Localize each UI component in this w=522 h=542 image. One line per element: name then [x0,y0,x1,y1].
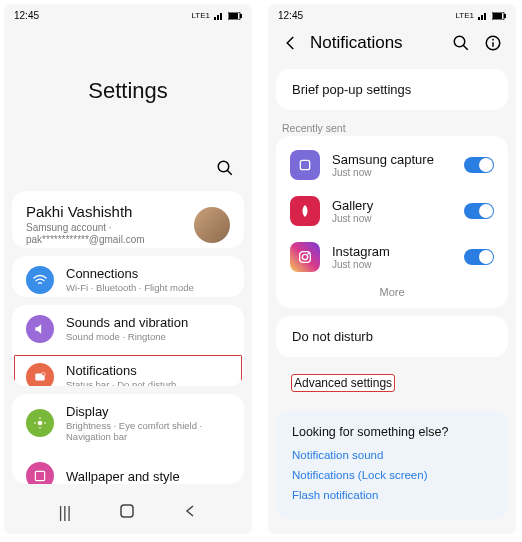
account-row[interactable]: Pakhi Vashishth Samsung account · pak***… [12,191,244,248]
battery-icon [228,12,242,20]
display-icon [26,409,54,437]
nav-home[interactable] [120,504,134,522]
row-sub: Status bar · Do not disturb [66,379,176,386]
link-notification-sound[interactable]: Notification sound [292,449,492,461]
link-flash-notification[interactable]: Flash notification [292,489,492,501]
svg-point-25 [307,253,309,255]
info-icon[interactable] [484,34,502,52]
row-title: Display [66,404,230,419]
row-sub: Brightness · Eye comfort shield · Naviga… [66,420,230,442]
row-title: Notifications [66,363,176,378]
account-name: Pakhi Vashishth [26,203,194,220]
notification-icon [26,363,54,386]
search-icon[interactable] [452,34,470,52]
page-title: Settings [4,23,252,159]
svg-rect-2 [240,14,242,18]
looking-heading: Looking for something else? [292,425,492,439]
network-icon: LTE1 [455,11,474,20]
nav-bar: ||| [4,492,252,534]
svg-rect-1 [229,13,238,19]
svg-point-7 [38,421,43,426]
recently-sent-label: Recently sent [268,118,516,136]
signal-icon [214,12,224,20]
account-sub: Samsung account · pak************@gmail.… [26,222,194,246]
svg-point-21 [492,39,494,41]
looking-card: Looking for something else? Notification… [276,411,508,519]
svg-rect-22 [300,160,309,169]
app-row-gallery[interactable]: Gallery Just now [276,188,508,234]
app-timestamp: Just now [332,259,452,270]
svg-point-24 [302,254,307,259]
page-title: Notifications [310,33,442,53]
svg-rect-12 [35,471,44,480]
status-time: 12:45 [14,10,39,21]
search-icon[interactable] [216,159,234,177]
row-sub: Sound mode · Ringtone [66,331,188,342]
toggle-switch[interactable] [464,157,494,173]
more-link[interactable]: More [276,280,508,302]
app-name: Gallery [332,198,452,213]
toggle-switch[interactable] [464,203,494,219]
svg-point-6 [42,372,46,376]
app-row-samsung-capture[interactable]: Samsung capture Just now [276,142,508,188]
settings-row-sounds[interactable]: Sounds and vibration Sound mode · Ringto… [12,305,244,353]
signal-icon [478,12,488,20]
nav-recent[interactable]: ||| [59,504,71,522]
settings-row-connections[interactable]: Connections Wi-Fi · Bluetooth · Flight m… [12,256,244,297]
samsung-capture-icon [290,150,320,180]
screen-notifications: 12:45 LTE1 Notifications Brief pop-up se… [268,4,516,534]
row-sub: Wi-Fi · Bluetooth · Flight mode [66,282,194,293]
back-icon[interactable] [282,34,300,52]
network-icon: LTE1 [191,11,210,20]
settings-row-wallpaper[interactable]: Wallpaper and style [12,452,244,484]
row-title: Connections [66,266,194,281]
row-title: Sounds and vibration [66,315,188,330]
svg-point-3 [218,161,229,172]
status-bar: 12:45 LTE1 [268,4,516,23]
toggle-switch[interactable] [464,249,494,265]
settings-row-notifications[interactable]: Notifications Status bar · Do not distur… [12,353,244,386]
svg-line-4 [227,170,232,175]
link-notifications-lock-screen[interactable]: Notifications (Lock screen) [292,469,492,481]
svg-rect-13 [121,505,133,517]
screen-settings: 12:45 LTE1 Settings Pakhi Vashishth Sams… [4,4,252,534]
svg-rect-16 [504,14,506,18]
row-title: Wallpaper and style [66,469,180,484]
sound-icon [26,315,54,343]
status-icons: LTE1 [455,11,506,20]
app-timestamp: Just now [332,167,452,178]
status-icons: LTE1 [191,11,242,20]
brief-popup-row[interactable]: Brief pop-up settings [276,69,508,110]
status-bar: 12:45 LTE1 [4,4,252,23]
svg-point-17 [454,36,465,47]
dnd-row[interactable]: Do not disturb [276,316,508,357]
avatar[interactable] [194,207,230,243]
app-name: Instagram [332,244,452,259]
settings-row-display[interactable]: Display Brightness · Eye comfort shield … [12,394,244,452]
gallery-icon [290,196,320,226]
nav-back[interactable] [183,504,197,522]
app-name: Samsung capture [332,152,452,167]
instagram-icon [290,242,320,272]
wifi-icon [26,266,54,294]
svg-line-18 [463,45,468,50]
advanced-row[interactable]: Advanced settings [276,365,508,403]
svg-rect-15 [493,13,502,19]
status-time: 12:45 [278,10,303,21]
advanced-label: Advanced settings [292,375,394,391]
wallpaper-icon [26,462,54,484]
nav-bar: ||| [268,527,516,534]
app-row-instagram[interactable]: Instagram Just now [276,234,508,280]
app-timestamp: Just now [332,213,452,224]
battery-icon [492,12,506,20]
